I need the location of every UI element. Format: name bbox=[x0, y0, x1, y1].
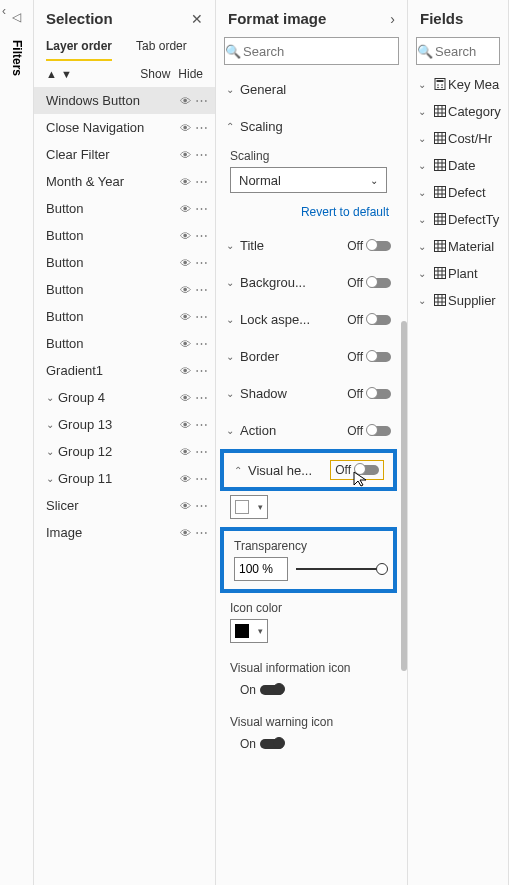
more-icon[interactable]: ⋯ bbox=[193, 255, 209, 270]
format-section[interactable]: ⌄Backgrou...Off bbox=[216, 264, 401, 301]
icon-color-picker[interactable]: ▾ bbox=[230, 619, 268, 643]
format-search[interactable]: 🔍 bbox=[224, 37, 399, 65]
format-section[interactable]: ⌄BorderOff bbox=[216, 338, 401, 375]
layer-item[interactable]: Button👁⋯ bbox=[34, 222, 215, 249]
show-all[interactable]: Show bbox=[140, 67, 170, 81]
more-icon[interactable]: ⋯ bbox=[193, 201, 209, 216]
more-icon[interactable]: ⋯ bbox=[193, 417, 209, 432]
more-icon[interactable]: ⋯ bbox=[193, 444, 209, 459]
layer-item[interactable]: Slicer👁⋯ bbox=[34, 492, 215, 519]
field-item[interactable]: ⌄Defect bbox=[408, 179, 508, 206]
format-search-input[interactable] bbox=[241, 43, 413, 60]
more-icon[interactable]: ⋯ bbox=[193, 309, 209, 324]
visibility-icon[interactable]: 👁 bbox=[177, 230, 193, 242]
format-section[interactable]: ⌄ActionOff bbox=[216, 412, 401, 449]
visibility-icon[interactable]: 👁 bbox=[177, 176, 193, 188]
layer-item[interactable]: Button👁⋯ bbox=[34, 276, 215, 303]
background-color-picker[interactable]: ▾ bbox=[230, 495, 268, 519]
more-icon[interactable]: ⋯ bbox=[193, 525, 209, 540]
filters-collapsed-panel[interactable]: ◁ Filters bbox=[0, 0, 34, 885]
more-icon[interactable]: ⋯ bbox=[193, 471, 209, 486]
visual-header-toggle[interactable]: Off bbox=[331, 461, 383, 479]
field-item[interactable]: ⌄Material bbox=[408, 233, 508, 260]
visibility-icon[interactable]: 👁 bbox=[177, 473, 193, 485]
layer-item[interactable]: Button👁⋯ bbox=[34, 249, 215, 276]
visibility-icon[interactable]: 👁 bbox=[177, 365, 193, 377]
more-icon[interactable]: ⋯ bbox=[193, 498, 209, 513]
more-icon[interactable]: ⋯ bbox=[193, 336, 209, 351]
field-item[interactable]: ⌄Category bbox=[408, 98, 508, 125]
layer-item[interactable]: Image👁⋯ bbox=[34, 519, 215, 546]
filters-expand-icon[interactable]: ◁ bbox=[12, 10, 21, 24]
tab-tab-order[interactable]: Tab order bbox=[136, 39, 187, 61]
revert-default-link[interactable]: Revert to default bbox=[216, 197, 401, 227]
format-toggle[interactable]: Off bbox=[347, 387, 391, 401]
visual-info-toggle[interactable]: On bbox=[240, 683, 377, 697]
move-up-icon[interactable]: ▲ bbox=[46, 68, 57, 80]
layer-item[interactable]: ⌄Group 12👁⋯ bbox=[34, 438, 215, 465]
fields-search-input[interactable] bbox=[433, 43, 509, 60]
format-toggle[interactable]: Off bbox=[347, 424, 391, 438]
move-down-icon[interactable]: ▼ bbox=[61, 68, 72, 80]
layer-item[interactable]: Button👁⋯ bbox=[34, 303, 215, 330]
section-general[interactable]: ⌄ General bbox=[216, 71, 401, 108]
visibility-icon[interactable]: 👁 bbox=[177, 122, 193, 134]
format-toggle[interactable]: Off bbox=[347, 350, 391, 364]
field-item[interactable]: ⌄DefectTy bbox=[408, 206, 508, 233]
layer-item[interactable]: ⌄Group 4👁⋯ bbox=[34, 384, 215, 411]
tab-layer-order[interactable]: Layer order bbox=[46, 39, 112, 61]
visibility-icon[interactable]: 👁 bbox=[177, 527, 193, 539]
visibility-icon[interactable]: 👁 bbox=[177, 257, 193, 269]
visibility-icon[interactable]: 👁 bbox=[177, 149, 193, 161]
format-toggle[interactable]: Off bbox=[347, 239, 391, 253]
format-section[interactable]: ⌄ShadowOff bbox=[216, 375, 401, 412]
layer-item[interactable]: ⌄Group 13👁⋯ bbox=[34, 411, 215, 438]
section-scaling[interactable]: ⌃ Scaling bbox=[216, 108, 401, 145]
layer-item[interactable]: Month & Year👁⋯ bbox=[34, 168, 215, 195]
more-icon[interactable]: ⋯ bbox=[193, 282, 209, 297]
close-icon[interactable]: ✕ bbox=[191, 11, 203, 27]
visibility-icon[interactable]: 👁 bbox=[177, 500, 193, 512]
more-icon[interactable]: ⋯ bbox=[193, 174, 209, 189]
visual-warn-toggle[interactable]: On bbox=[240, 737, 377, 751]
visibility-icon[interactable]: 👁 bbox=[177, 338, 193, 350]
field-item[interactable]: ⌄Plant bbox=[408, 260, 508, 287]
layer-item[interactable]: Windows Button👁⋯ bbox=[34, 87, 215, 114]
collapse-chevron[interactable]: ‹ bbox=[2, 4, 6, 18]
more-icon[interactable]: ⋯ bbox=[193, 228, 209, 243]
transparency-slider[interactable] bbox=[296, 568, 383, 570]
chevron-right-icon[interactable]: › bbox=[390, 11, 395, 27]
layer-item[interactable]: Clear Filter👁⋯ bbox=[34, 141, 215, 168]
more-icon[interactable]: ⋯ bbox=[193, 147, 209, 162]
visibility-icon[interactable]: 👁 bbox=[177, 419, 193, 431]
fields-search[interactable]: 🔍 bbox=[416, 37, 500, 65]
visibility-icon[interactable]: 👁 bbox=[177, 203, 193, 215]
transparency-input[interactable] bbox=[234, 557, 288, 581]
visibility-icon[interactable]: 👁 bbox=[177, 392, 193, 404]
field-item[interactable]: ⌄Supplier bbox=[408, 287, 508, 314]
scrollbar-thumb[interactable] bbox=[401, 321, 407, 671]
more-icon[interactable]: ⋯ bbox=[193, 363, 209, 378]
section-visual-header[interactable]: ⌃ Visual he... Off bbox=[224, 453, 393, 487]
format-section[interactable]: ⌄TitleOff bbox=[216, 227, 401, 264]
field-item[interactable]: ⌄Key Mea bbox=[408, 71, 508, 98]
layer-item[interactable]: Button👁⋯ bbox=[34, 330, 215, 357]
layer-item[interactable]: Button👁⋯ bbox=[34, 195, 215, 222]
field-item[interactable]: ⌄Date bbox=[408, 152, 508, 179]
more-icon[interactable]: ⋯ bbox=[193, 93, 209, 108]
layer-item[interactable]: ⌄Group 11👁⋯ bbox=[34, 465, 215, 492]
visibility-icon[interactable]: 👁 bbox=[177, 95, 193, 107]
layer-item[interactable]: Gradient1👁⋯ bbox=[34, 357, 215, 384]
more-icon[interactable]: ⋯ bbox=[193, 120, 209, 135]
visibility-icon[interactable]: 👁 bbox=[177, 311, 193, 323]
layer-item[interactable]: Close Navigation👁⋯ bbox=[34, 114, 215, 141]
more-icon[interactable]: ⋯ bbox=[193, 390, 209, 405]
format-toggle[interactable]: Off bbox=[347, 276, 391, 290]
field-item[interactable]: ⌄Cost/Hr bbox=[408, 125, 508, 152]
scaling-select[interactable]: Normal ⌄ bbox=[230, 167, 387, 193]
visibility-icon[interactable]: 👁 bbox=[177, 446, 193, 458]
format-section[interactable]: ⌄Lock aspe...Off bbox=[216, 301, 401, 338]
visibility-icon[interactable]: 👁 bbox=[177, 284, 193, 296]
hide-all[interactable]: Hide bbox=[178, 67, 203, 81]
format-toggle[interactable]: Off bbox=[347, 313, 391, 327]
